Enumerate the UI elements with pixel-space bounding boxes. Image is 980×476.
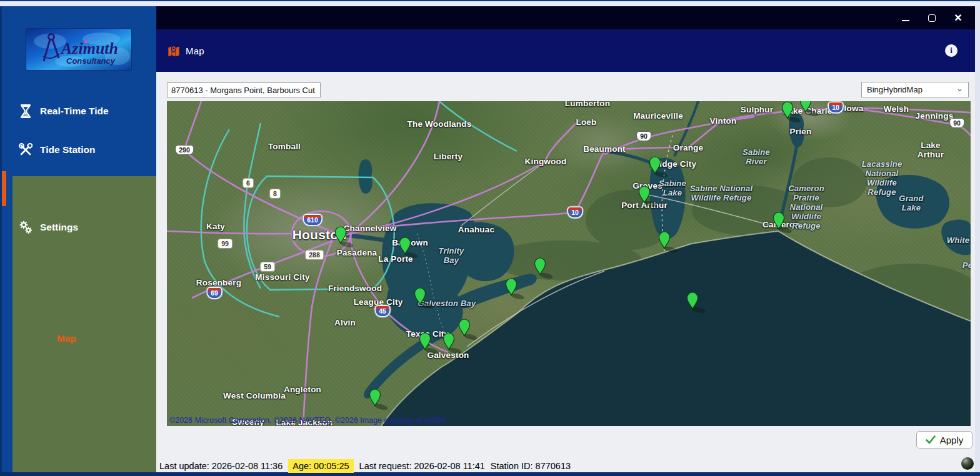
titlebar[interactable]: ✕ <box>156 6 975 29</box>
maximize-icon <box>928 14 936 22</box>
map-canvas[interactable]: The WoodlandsTomballKingwoodLibertyKatyH… <box>167 101 971 426</box>
connection-status-orb <box>961 457 974 470</box>
gears-icon <box>19 221 32 234</box>
apply-button-label: Apply <box>940 435 964 445</box>
sidebar-item-real-time-tide[interactable]: Real-Time Tide <box>2 99 156 124</box>
maximize-button[interactable] <box>924 11 940 26</box>
sidebar: Azimuth Consultancy Real-Time Tide <box>2 6 156 472</box>
sidebar-item-settings[interactable]: Settings <box>2 215 156 240</box>
app-window: Azimuth Consultancy Real-Time Tide <box>0 0 980 476</box>
status-segment: Age: 00:05:25 <box>288 459 353 473</box>
info-icon[interactable]: i <box>945 44 958 57</box>
active-item-indicator <box>2 171 6 206</box>
logo-brand-text: Azimuth <box>60 39 118 57</box>
map-type-select[interactable]: BingHybridMap ⌄ <box>861 82 969 97</box>
map-icon <box>168 45 180 56</box>
azimuth-logo: Azimuth Consultancy <box>26 29 131 70</box>
logo-sub-text: Consultancy <box>66 56 116 66</box>
map-artwork <box>167 101 971 426</box>
close-button[interactable]: ✕ <box>950 11 966 26</box>
status-segment: Station ID: 8770613 <box>491 459 571 473</box>
check-icon <box>926 435 936 444</box>
window-border-right <box>975 6 980 472</box>
chevron-down-icon: ⌄ <box>956 84 963 92</box>
window-border-top-strip <box>0 1 980 6</box>
sidebar-item-tide-station[interactable]: Tide Station <box>2 137 156 162</box>
tools-icon <box>19 143 32 157</box>
station-input[interactable] <box>167 82 321 97</box>
apply-button[interactable]: Apply <box>916 431 972 449</box>
sidebar-item-label: Tide Station <box>40 144 95 156</box>
status-bar: Last update: 2026-02-08 11:36Age: 00:05:… <box>159 459 571 473</box>
main-content: BingHybridMap ⌄ <box>156 72 975 472</box>
page-header: Map i <box>156 29 975 72</box>
map-type-value: BingHybridMap <box>867 85 956 94</box>
sidebar-item-label: Settings <box>40 222 78 233</box>
page-title: Map <box>186 46 204 56</box>
close-icon: ✕ <box>954 12 962 24</box>
sidebar-item-label: Real-Time Tide <box>40 106 109 117</box>
status-segment: Last update: 2026-02-08 11:36 <box>159 459 282 473</box>
status-segment: Last request: 2026-02-08 11:41 <box>359 459 485 473</box>
minimize-icon <box>902 20 909 21</box>
sidebar-item-label: Map <box>57 333 76 344</box>
minimize-button[interactable] <box>898 11 914 26</box>
hourglass-icon <box>19 104 32 118</box>
